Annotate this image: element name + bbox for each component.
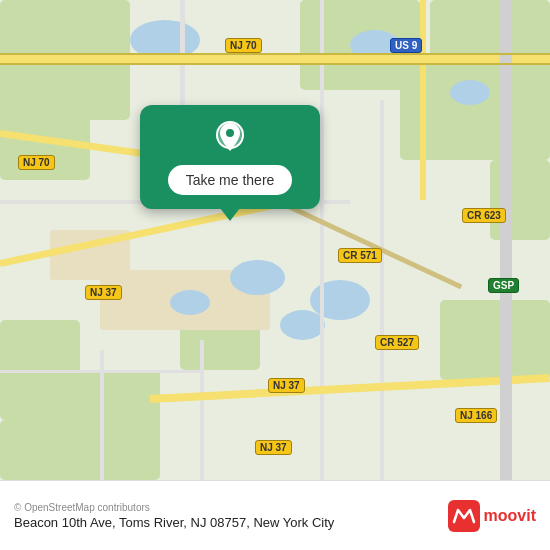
road-edge [0, 53, 550, 55]
road-edge [0, 63, 550, 65]
highway-gsp [500, 0, 512, 480]
highway-nj70-top [0, 55, 550, 63]
cr571-label: CR 571 [338, 248, 382, 263]
map-view: NJ 70 US 9 NJ 70 NJ 37 NJ 37 NJ 37 CR 57… [0, 0, 550, 480]
water-body [450, 80, 490, 105]
local-road [200, 340, 204, 480]
highway-us9 [420, 0, 426, 200]
address-section: © OpenStreetMap contributors Beacon 10th… [14, 502, 334, 530]
water-body [170, 290, 210, 315]
attribution-text: © OpenStreetMap contributors [14, 502, 334, 513]
moovit-icon [448, 500, 480, 532]
svg-point-1 [226, 129, 234, 137]
gsp-label: GSP [488, 278, 519, 293]
address-label: Beacon 10th Ave, Toms River, NJ 08757, N… [14, 515, 334, 530]
location-popup: Take me there [140, 105, 320, 209]
bottom-bar: © OpenStreetMap contributors Beacon 10th… [0, 480, 550, 550]
nj166-label: NJ 166 [455, 408, 497, 423]
local-road [380, 100, 384, 480]
green-area [440, 300, 550, 380]
green-area [0, 420, 160, 480]
local-road [0, 370, 200, 373]
water-body [230, 260, 285, 295]
local-road [320, 0, 324, 480]
nj70-label-left: NJ 70 [18, 155, 55, 170]
moovit-logo: moovit [448, 500, 536, 532]
nj37-label-right: NJ 37 [255, 440, 292, 455]
cr527-label: CR 527 [375, 335, 419, 350]
nj37-label-left: NJ 37 [85, 285, 122, 300]
moovit-text: moovit [484, 507, 536, 525]
nj70-label-top: NJ 70 [225, 38, 262, 53]
cr623-label: CR 623 [462, 208, 506, 223]
water-body [280, 310, 325, 340]
nj37-label-mid: NJ 37 [268, 378, 305, 393]
location-pin-icon [212, 121, 248, 157]
take-me-there-button[interactable]: Take me there [168, 165, 293, 195]
green-area [490, 160, 550, 240]
us9-label: US 9 [390, 38, 422, 53]
